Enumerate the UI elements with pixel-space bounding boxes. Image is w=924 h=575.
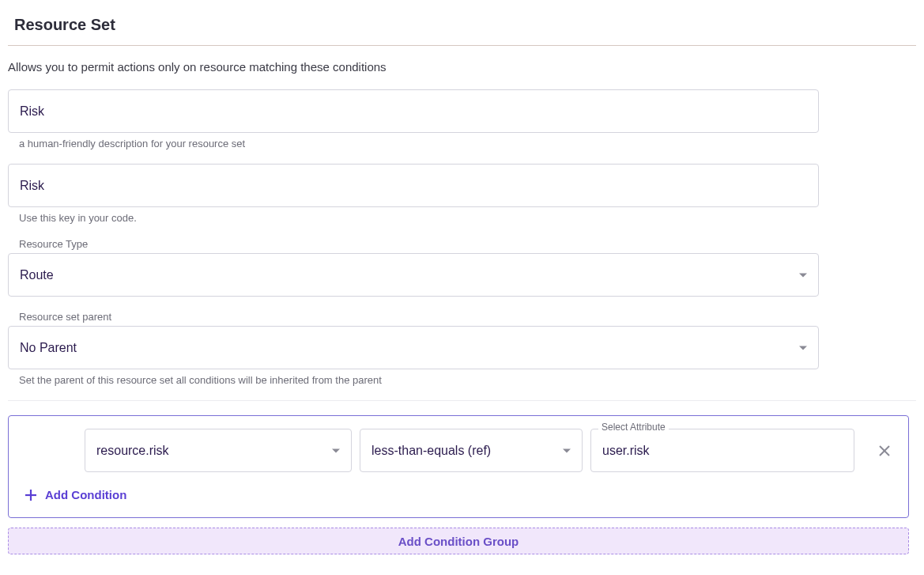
parent-field-wrap: Resource set parent No Parent Set the pa…: [8, 311, 916, 386]
delete-condition-button[interactable]: [873, 440, 896, 462]
caret-down-icon: [799, 273, 807, 277]
resource-type-value: Route: [20, 268, 54, 282]
condition-operator-select[interactable]: less-than-equals (ref): [360, 429, 583, 472]
name-input[interactable]: [8, 89, 819, 133]
condition-value-input[interactable]: [590, 429, 854, 472]
parent-label: Resource set parent: [8, 311, 916, 326]
resource-type-select[interactable]: Route: [8, 253, 819, 297]
parent-value: No Parent: [20, 341, 77, 355]
caret-down-icon: [799, 346, 807, 350]
condition-value-label: Select Attribute: [598, 422, 669, 433]
name-field-wrap: a human-friendly description for your re…: [8, 89, 916, 149]
parent-helper: Set the parent of this resource set all …: [8, 369, 916, 386]
close-icon: [878, 444, 891, 457]
name-helper: a human-friendly description for your re…: [8, 133, 916, 149]
parent-select[interactable]: No Parent: [8, 326, 819, 369]
key-input[interactable]: [8, 164, 819, 207]
conditions-divider: [8, 400, 916, 401]
condition-value-wrap: Select Attribute: [590, 429, 854, 472]
condition-row: resource.risk less-than-equals (ref) Sel…: [21, 429, 896, 472]
section-divider: [8, 45, 916, 46]
condition-attribute-value: resource.risk: [96, 444, 169, 458]
condition-operator-value: less-than-equals (ref): [371, 444, 491, 458]
condition-attribute-select[interactable]: resource.risk: [85, 429, 352, 472]
key-helper: Use this key in your code.: [8, 207, 916, 224]
plus-icon: [25, 489, 37, 501]
add-condition-group-button[interactable]: Add Condition Group: [8, 528, 909, 554]
add-condition-button[interactable]: Add Condition: [21, 485, 896, 505]
caret-down-icon: [563, 448, 571, 452]
condition-group: resource.risk less-than-equals (ref) Sel…: [8, 415, 909, 518]
resource-type-field-wrap: Resource Type Route: [8, 238, 916, 297]
key-field-wrap: Use this key in your code.: [8, 164, 916, 224]
resource-type-label: Resource Type: [8, 238, 916, 253]
section-description: Allows you to permit actions only on res…: [8, 60, 916, 89]
add-condition-group-label: Add Condition Group: [398, 535, 519, 548]
section-title: Resource Set: [8, 16, 916, 45]
caret-down-icon: [332, 448, 340, 452]
add-condition-label: Add Condition: [45, 488, 126, 501]
